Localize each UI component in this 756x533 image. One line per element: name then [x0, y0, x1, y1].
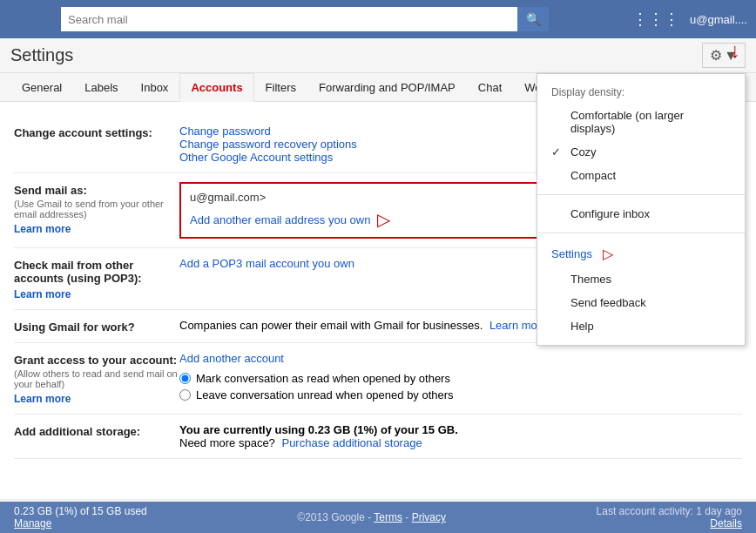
footer-manage-link[interactable]: Manage: [14, 517, 147, 530]
add-email-link[interactable]: Add another email address you own: [190, 213, 370, 226]
tab-accounts[interactable]: Accounts: [179, 73, 253, 102]
gear-settings-button[interactable]: ⚙ ▼: [702, 43, 746, 68]
user-email: u@gmail....: [690, 13, 747, 26]
settings-arrow-annotation: ▷: [603, 246, 613, 262]
storage-usage-text: You are currently using 0.23 GB (1%) of …: [179, 423, 742, 436]
google-account-link[interactable]: Other Google Account settings: [179, 151, 333, 164]
dropdown-configure-section: Configure inbox: [537, 195, 745, 233]
dropdown-menu: Display density: Comfortable (on larger …: [537, 73, 746, 346]
grant-access-sublabel: (Allow others to read and send mail on y…: [14, 368, 179, 389]
dropdown-configure-inbox[interactable]: Configure inbox: [537, 202, 745, 226]
radio-mark-read-label: Mark conversation as read when opened by…: [196, 372, 450, 385]
storage-content: You are currently using 0.23 GB (1%) of …: [179, 423, 742, 449]
footer-privacy-link[interactable]: Privacy: [412, 511, 446, 523]
header-right: ⋮⋮⋮ u@gmail....: [632, 10, 747, 29]
send-mail-label: Send mail as: (Use Gmail to send from yo…: [14, 182, 179, 235]
purchase-storage-link[interactable]: Purchase additional storage: [281, 436, 422, 449]
gmail-work-label: Using Gmail for work?: [14, 319, 179, 334]
send-mail-learn-more[interactable]: Learn more: [14, 223, 179, 235]
footer: 0.23 GB (1%) of 15 GB used Manage ©2013 …: [0, 502, 756, 533]
dropdown-density-cozy[interactable]: Cozy: [537, 140, 745, 164]
dropdown-help[interactable]: Help: [537, 314, 745, 338]
grant-access-label: Grant access to your account: (Allow oth…: [14, 352, 179, 405]
dropdown-settings[interactable]: Settings ▷: [537, 240, 745, 267]
dropdown-send-feedback[interactable]: Send feedback: [537, 291, 745, 314]
footer-left: 0.23 GB (1%) of 15 GB used Manage: [14, 505, 147, 530]
footer-last-activity: Last account activity: 1 day ago: [597, 505, 742, 517]
gmail-work-text: Companies can power their email with Gma…: [179, 319, 483, 332]
add-pop3-link[interactable]: Add a POP3 mail account you own: [179, 257, 354, 270]
dropdown-density-section: Display density: Comfortable (on larger …: [537, 74, 745, 195]
apps-grid-icon[interactable]: ⋮⋮⋮: [632, 10, 679, 29]
tab-chat[interactable]: Chat: [467, 73, 513, 102]
change-account-label: Change account settings:: [14, 125, 179, 139]
grant-access-learn-more[interactable]: Learn more: [14, 393, 179, 405]
dropdown-density-comfortable[interactable]: Comfortable (on larger displays): [537, 104, 745, 140]
search-bar: 🔍: [61, 7, 549, 31]
gear-dropdown-arrow: ▼: [724, 48, 738, 64]
send-mail-sublabel: (Use Gmail to send from your other email…: [14, 199, 179, 219]
storage-section: Add additional storage: You are currentl…: [14, 415, 742, 459]
grant-access-content: Add another account Mark conversation as…: [179, 352, 742, 405]
search-input[interactable]: [61, 7, 517, 31]
footer-right: Last account activity: 1 day ago Details: [597, 505, 742, 530]
add-email-arrow-annotation: ▷: [377, 209, 390, 230]
check-mail-label: Check mail from other accounts (using PO…: [14, 257, 179, 300]
search-button[interactable]: 🔍: [517, 7, 549, 31]
footer-details-link[interactable]: Details: [710, 517, 742, 530]
tab-forwarding[interactable]: Forwarding and POP/IMAP: [307, 73, 467, 102]
radio-leave-unread[interactable]: [179, 389, 191, 401]
footer-copyright: ©2013 Google -: [297, 511, 374, 523]
settings-bar: Settings ⚙ ▼: [0, 38, 756, 73]
page-title: Settings: [10, 45, 73, 65]
footer-terms-link[interactable]: Terms: [374, 511, 402, 523]
grant-access-section: Grant access to your account: (Allow oth…: [14, 343, 742, 415]
tab-labels[interactable]: Labels: [73, 73, 129, 102]
dropdown-links-section: Settings ▷ Themes Send feedback Help: [537, 233, 745, 345]
dropdown-density-header: Display density:: [537, 81, 745, 104]
storage-label: Add additional storage:: [14, 423, 179, 438]
add-account-link[interactable]: Add another account: [179, 352, 284, 365]
tab-general[interactable]: General: [10, 73, 73, 102]
change-password-link[interactable]: Change password: [179, 125, 271, 138]
footer-storage-used: 0.23 GB (1%) of 15 GB used: [14, 505, 147, 517]
header: 🔍 ⋮⋮⋮ u@gmail....: [0, 0, 756, 38]
change-recovery-link[interactable]: Change password recovery options: [179, 138, 357, 151]
gear-icon: ⚙: [710, 47, 722, 64]
radio-mark-read[interactable]: [179, 373, 191, 384]
tab-inbox[interactable]: Inbox: [130, 73, 180, 102]
tab-filters[interactable]: Filters: [254, 73, 307, 102]
storage-more-space-text: Need more space?: [179, 436, 275, 449]
dropdown-themes[interactable]: Themes: [537, 267, 745, 291]
dropdown-density-compact[interactable]: Compact: [537, 164, 745, 187]
radio-leave-unread-label: Leave conversation unread when opened by…: [196, 388, 454, 401]
footer-center: ©2013 Google - Terms - Privacy: [297, 511, 446, 523]
check-mail-learn-more[interactable]: Learn more: [14, 288, 179, 300]
